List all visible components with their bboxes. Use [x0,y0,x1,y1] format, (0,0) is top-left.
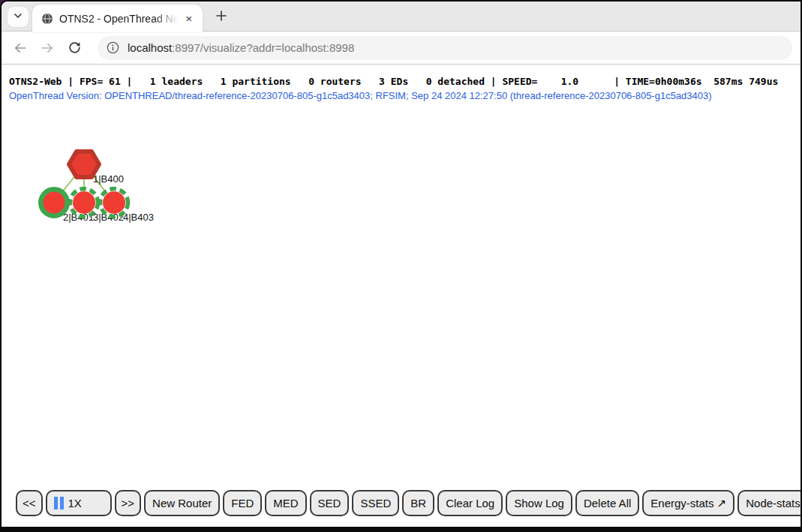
chevron-down-icon [12,10,24,25]
show-log-button-label: Show Log [514,497,564,509]
ssed-button[interactable]: SSED [352,490,399,516]
new-router-button-label: New Router [152,497,212,509]
url-host: localhost [128,41,172,54]
delete-all-button-label: Delete All [584,497,631,509]
med-button-label: MED [273,497,298,509]
address-bar: localhost:8997/visualize?addr=localhost:… [2,32,800,65]
forward-button[interactable] [39,40,56,56]
speed-down-button-label: << [23,497,36,509]
ssed-button-label: SSED [360,497,391,509]
url-text: localhost:8997/visualize?addr=localhost:… [128,41,354,54]
new-tab-button[interactable] [212,8,231,27]
show-log-button[interactable]: Show Log [506,490,572,516]
delete-all-button[interactable]: Delete All [575,490,639,516]
tab-title: OTNS2 - OpenThread Ne [59,13,182,25]
reload-button[interactable] [66,40,83,56]
node-stats-button[interactable]: Node-stats ↗ [737,490,802,516]
info-circle-icon[interactable] [107,41,119,54]
pause-speed-button-label: 1X [68,497,82,509]
page-content: OTNS2-Web | FPS= 61 | 1 leaders 1 partit… [2,65,800,527]
clear-log-button[interactable]: Clear Log [437,490,503,516]
energy-stats-button[interactable]: Energy-stats ↗ [642,490,734,516]
url-path: :8997/visualize?addr=localhost:8998 [172,41,354,54]
tab-close-icon[interactable]: × [182,11,197,26]
network-canvas: 1|B4002|B4013|B4024|B403 [2,65,800,485]
node-label-4b403: 4|B403 [123,212,154,223]
speed-up-button[interactable]: >> [115,490,142,516]
plus-icon [215,9,228,26]
node-label-1b400: 1|B400 [93,173,124,185]
energy-stats-button-label: Energy-stats ↗ [650,497,726,510]
sim-toolbar: <<1X>>New RouterFEDMEDSEDSSEDBRClear Log… [16,490,802,516]
tab-bar: OTNS2 - OpenThread Ne × [2,2,800,32]
pause-speed-button[interactable]: 1X [46,490,112,516]
pause-icon [54,497,64,509]
fed-button[interactable]: FED [223,490,262,516]
back-button[interactable] [12,40,29,56]
ed-node-2b401[interactable] [44,192,65,214]
med-button[interactable]: MED [265,490,306,516]
screen: OTNS2 - OpenThread Ne × [0,0,802,532]
tab-otns2[interactable]: OTNS2 - OpenThread Ne × [32,5,203,32]
list-all-tabs-button[interactable] [8,7,29,27]
br-button[interactable]: BR [402,490,434,516]
clear-log-button-label: Clear Log [446,497,494,509]
ed-node-4b403[interactable] [103,191,125,214]
new-router-button[interactable]: New Router [144,490,220,516]
ed-node-3b402[interactable] [73,191,95,214]
fed-button-label: FED [231,497,254,509]
sed-button[interactable]: SED [310,490,350,516]
url-field[interactable]: localhost:8997/visualize?addr=localhost:… [98,36,792,60]
globe-icon [41,13,53,25]
browser-window: OTNS2 - OpenThread Ne × [0,0,802,532]
node-stats-button-label: Node-stats ↗ [746,497,802,510]
speed-down-button[interactable]: << [16,490,43,516]
sed-button-label: SED [318,497,341,509]
br-button-label: BR [410,497,426,509]
speed-up-button-label: >> [122,497,135,509]
